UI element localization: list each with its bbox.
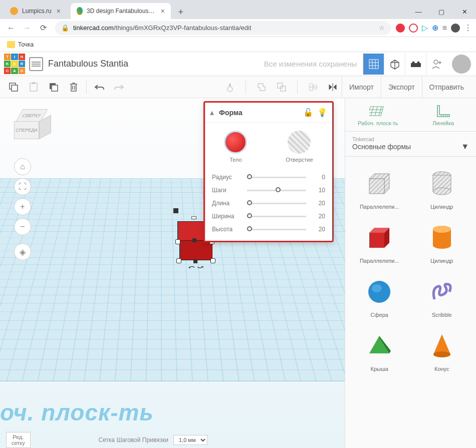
zoom-in-button[interactable]: + [14, 198, 31, 215]
bulb-icon[interactable]: 💡 [317, 108, 327, 117]
shape-item-7[interactable]: Конус [411, 322, 473, 376]
shape-item-5[interactable]: Scribble [411, 268, 473, 322]
canvas[interactable]: СВЕРХУ СПЕРЕДИ ⌂ ⛶ + − ◈ ⤺ ⤻ оч. плоск-т… [0, 98, 345, 448]
param-slider[interactable] [247, 177, 306, 178]
svg-line-25 [371, 107, 373, 116]
redo-button[interactable] [111, 79, 128, 96]
snap-select[interactable]: 1,0 мм [173, 435, 207, 445]
add-user-button[interactable] [426, 54, 447, 75]
shape-label: Крыша [371, 366, 388, 372]
param-value[interactable]: 10 [311, 187, 325, 194]
shape-item-1[interactable]: Цилиндр [411, 160, 473, 214]
bottom-bar: Ред. сетку Сетка Шаговой Привязки 1,0 мм [0, 432, 213, 448]
param-row-4: Высота 20 [205, 223, 332, 236]
viewcube-front[interactable]: СПЕРЕДИ [14, 121, 39, 139]
param-value[interactable]: 20 [311, 200, 325, 207]
tab-favicon [10, 7, 18, 15]
category-small: Tinkercad [352, 137, 469, 142]
shape-item-3[interactable]: Цилиндр [411, 214, 473, 268]
hole-swatch[interactable] [288, 131, 311, 154]
svg-rect-16 [52, 85, 58, 91]
shape-preview [350, 218, 409, 258]
home-view-button[interactable]: ⌂ [14, 158, 31, 175]
ext-icon[interactable] [409, 24, 418, 33]
close-window-button[interactable]: ✕ [453, 4, 476, 19]
project-name[interactable]: Fantabulous Stantia [48, 59, 128, 69]
svg-rect-0 [369, 60, 378, 69]
ext-icon[interactable]: ▷ [422, 23, 428, 33]
import-button[interactable]: Импорт [342, 76, 381, 98]
visibility-button[interactable] [221, 79, 239, 96]
send-button[interactable]: Отправить [422, 76, 471, 98]
category-big: Основные формы [352, 143, 411, 151]
user-avatar[interactable] [452, 55, 471, 74]
ruler-tool[interactable]: Линейка [411, 98, 477, 131]
shape-item-0[interactable]: Параллелепи... [348, 160, 411, 214]
minimize-button[interactable]: — [407, 4, 430, 19]
param-value[interactable]: 0 [311, 174, 325, 181]
param-value[interactable]: 20 [311, 226, 325, 233]
shape-inspector-panel: ▴ Форма 🔓 💡 Тело Отверстие Радиус 0 Шаги… [203, 101, 334, 242]
new-tab-button[interactable]: + [174, 5, 188, 19]
solid-color-swatch[interactable] [224, 131, 247, 154]
close-icon[interactable]: × [57, 7, 61, 15]
lock-icon[interactable]: 🔓 [303, 108, 313, 117]
tinkercad-logo[interactable]: TIN KER CAD [4, 54, 25, 75]
zoom-out-button[interactable]: − [14, 218, 31, 235]
url-input[interactable]: 🔒 tinkercad.com/things/6mXGRxQz3VP-fanta… [55, 21, 391, 35]
lego-button[interactable] [405, 54, 426, 75]
reload-button[interactable]: ⟳ [36, 21, 50, 35]
ruler-label: Линейка [432, 120, 454, 126]
group-button[interactable] [253, 79, 270, 96]
ext-icon[interactable]: ⊕ [432, 23, 438, 33]
align-button[interactable] [305, 79, 322, 96]
toolbar: Импорт Экспорт Отправить [0, 76, 476, 98]
paste-button[interactable] [25, 79, 42, 96]
param-value[interactable]: 20 [311, 213, 325, 220]
undo-button[interactable] [91, 79, 108, 96]
shape-item-6[interactable]: Крыша [348, 322, 411, 376]
view-grid-button[interactable] [363, 54, 384, 75]
minecraft-button[interactable] [384, 54, 405, 75]
svg-point-45 [368, 281, 390, 303]
duplicate-button[interactable] [45, 79, 62, 96]
fit-view-button[interactable]: ⛶ [14, 178, 31, 195]
ortho-view-button[interactable]: ◈ [14, 243, 31, 260]
close-icon[interactable]: × [161, 7, 165, 15]
shape-item-4[interactable]: Сфера [348, 268, 411, 322]
param-slider[interactable] [247, 190, 306, 191]
export-button[interactable]: Экспорт [381, 76, 422, 98]
ext-icon[interactable]: ≡ [442, 24, 447, 33]
browser-titlebar: Lumpics.ru × 3D design Fantabulous Stant… [0, 0, 476, 19]
shape-label: Цилиндр [430, 204, 453, 210]
star-icon[interactable]: ☆ [379, 24, 385, 32]
copy-button[interactable] [5, 79, 22, 96]
document-icon[interactable] [29, 57, 43, 71]
forward-button[interactable]: → [20, 21, 34, 35]
ungroup-button[interactable] [273, 79, 290, 96]
viewcube[interactable]: СВЕРХУ СПЕРЕДИ [14, 109, 49, 144]
browser-tab-0[interactable]: Lumpics.ru × [4, 3, 67, 19]
menu-icon[interactable]: ⋮ [464, 23, 472, 33]
workplane-tool[interactable]: Рабоч. плоск-ть [345, 98, 411, 131]
shape-item-2[interactable]: Параллелепи... [348, 214, 411, 268]
param-label: Шаги [212, 187, 242, 194]
mirror-button[interactable] [325, 79, 342, 96]
collapse-icon[interactable]: ▴ [210, 108, 214, 117]
solid-option[interactable]: Тело [224, 131, 247, 163]
param-slider[interactable] [247, 203, 306, 204]
back-button[interactable]: ← [4, 21, 18, 35]
category-dropdown[interactable]: Tinkercad Основные формы ▼ [345, 132, 476, 157]
maximize-button[interactable]: ▢ [430, 4, 453, 19]
ext-icon[interactable] [396, 24, 405, 33]
browser-tab-1[interactable]: 3D design Fantabulous Stantia | T × [71, 3, 171, 19]
profile-avatar[interactable] [451, 24, 460, 33]
param-slider[interactable] [247, 216, 306, 217]
edit-grid-button[interactable]: Ред. сетку [6, 432, 31, 448]
delete-button[interactable] [65, 79, 82, 96]
param-slider[interactable] [247, 229, 306, 230]
svg-point-47 [433, 351, 450, 357]
hole-option[interactable]: Отверстие [286, 131, 313, 163]
bookmark-item[interactable]: Точка [18, 41, 34, 48]
tab-title: Lumpics.ru [22, 8, 52, 15]
